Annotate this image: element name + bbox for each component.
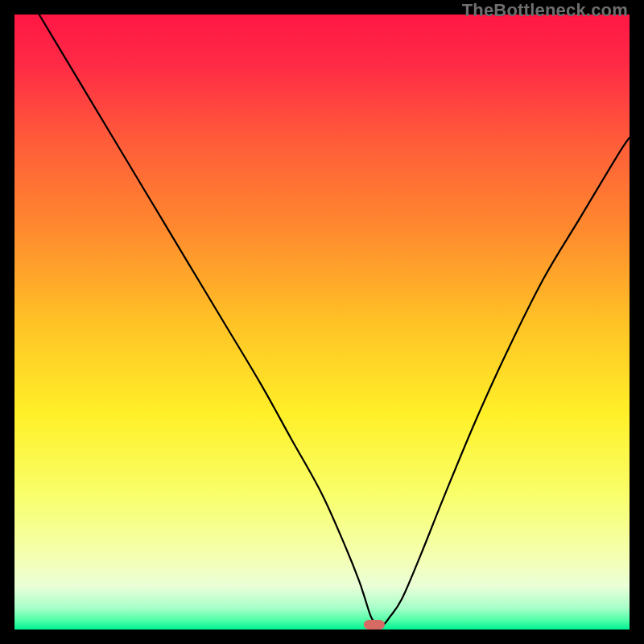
watermark-text: TheBottleneck.com bbox=[462, 0, 628, 21]
plot-area bbox=[14, 14, 630, 630]
optimal-point-marker bbox=[364, 620, 385, 630]
chart-svg bbox=[14, 14, 630, 630]
chart-frame: TheBottleneck.com bbox=[0, 0, 644, 644]
gradient-background bbox=[14, 14, 630, 630]
